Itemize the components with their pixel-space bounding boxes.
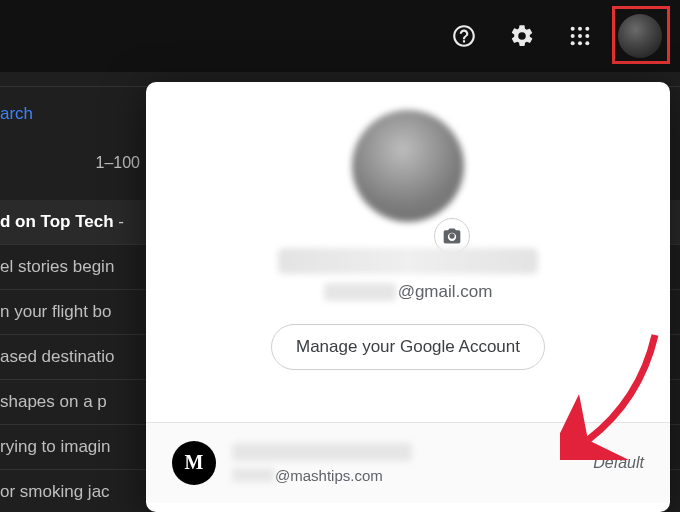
svg-point-0: [571, 27, 575, 31]
secondary-account-row[interactable]: M @mashtips.com Default: [146, 423, 670, 503]
profile-email: @gmail.com: [166, 282, 650, 302]
profile-email-domain: @gmail.com: [398, 282, 493, 302]
profile-email-local-redacted: [324, 283, 396, 301]
mail-row-text: el stories begin: [0, 257, 114, 276]
secondary-account-avatar: M: [172, 441, 216, 485]
profile-avatar-button[interactable]: [618, 14, 662, 58]
svg-point-4: [578, 34, 582, 38]
svg-point-5: [585, 34, 589, 38]
profile-name-redacted: [278, 248, 538, 274]
profile-avatar-large: [352, 110, 464, 222]
mail-row-text: shapes on a p: [0, 392, 107, 411]
apps-grid-icon[interactable]: [560, 16, 600, 56]
app-topbar: [0, 0, 680, 72]
account-popover-header: @gmail.com Manage your Google Account: [146, 82, 670, 396]
secondary-account-email-domain: @mashtips.com: [275, 467, 383, 484]
gear-icon[interactable]: [502, 16, 542, 56]
secondary-account-email-local-redacted: [232, 468, 274, 482]
svg-point-8: [585, 41, 589, 45]
svg-point-6: [571, 41, 575, 45]
avatar-letter: M: [185, 451, 204, 474]
mail-row-text: n your flight bo: [0, 302, 112, 321]
mail-row-text: rying to imagin: [0, 437, 111, 456]
mail-row-text: ased destinatio: [0, 347, 114, 366]
svg-point-7: [578, 41, 582, 45]
help-icon[interactable]: [444, 16, 484, 56]
default-account-tag: Default: [593, 454, 644, 472]
secondary-account-name-redacted: [232, 443, 412, 461]
mail-row-text: or smoking jac: [0, 482, 110, 501]
svg-point-3: [571, 34, 575, 38]
manage-account-button[interactable]: Manage your Google Account: [271, 324, 545, 370]
mail-row-suffix: -: [114, 212, 124, 231]
secondary-account-text: @mashtips.com: [232, 443, 577, 484]
account-popover: @gmail.com Manage your Google Account M …: [146, 82, 670, 512]
profile-avatar-large-wrap: [352, 110, 464, 230]
svg-point-1: [578, 27, 582, 31]
camera-icon: [442, 226, 462, 246]
secondary-account-email: @mashtips.com: [232, 467, 577, 484]
svg-point-2: [585, 27, 589, 31]
mail-row-text: d on Top Tech: [0, 212, 114, 231]
